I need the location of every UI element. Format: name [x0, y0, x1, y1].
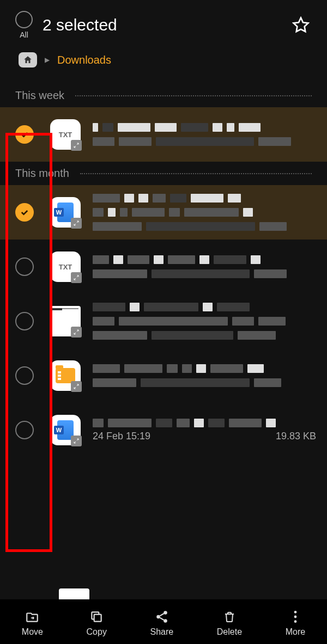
- copy-icon: [89, 610, 104, 624]
- file-date: 24 Feb 15:19: [93, 431, 150, 442]
- svg-rect-1: [94, 615, 101, 622]
- share-button[interactable]: Share: [150, 610, 174, 637]
- section-divider: [75, 95, 312, 96]
- selection-count-title: 2 selected: [43, 16, 290, 34]
- move-label: Move: [22, 627, 43, 637]
- share-label: Share: [150, 627, 174, 637]
- file-row[interactable]: TXT: [0, 240, 327, 294]
- home-icon: [23, 55, 33, 65]
- delete-label: Delete: [217, 627, 242, 637]
- more-button[interactable]: More: [286, 610, 305, 637]
- file-thumbnail-image: [50, 306, 81, 336]
- copy-button[interactable]: Copy: [87, 610, 107, 637]
- svg-point-7: [294, 620, 297, 623]
- svg-point-6: [294, 616, 297, 618]
- row-checkbox[interactable]: [15, 421, 34, 439]
- file-info: [93, 194, 316, 231]
- row-checkbox[interactable]: [15, 312, 34, 330]
- file-thumbnail-txt: TXT: [50, 252, 81, 282]
- expand-icon: [71, 436, 82, 446]
- svg-point-2: [164, 611, 167, 615]
- txt-label: TXT: [59, 263, 72, 271]
- check-icon: [20, 130, 29, 139]
- file-size: 19.83 KB: [276, 431, 316, 442]
- file-thumbnail-word: [50, 415, 81, 445]
- file-thumbnail-peek: [59, 588, 89, 599]
- select-all-toggle[interactable]: All: [15, 11, 33, 39]
- txt-label: TXT: [59, 131, 72, 139]
- breadcrumb-current[interactable]: Downloads: [57, 54, 111, 66]
- expand-icon: [71, 327, 82, 338]
- file-row[interactable]: [0, 185, 327, 240]
- copy-label: Copy: [87, 627, 107, 637]
- expand-icon: [71, 272, 82, 283]
- more-vert-icon: [293, 610, 298, 624]
- row-checkbox-checked[interactable]: [15, 125, 34, 144]
- selection-header: All 2 selected: [0, 0, 327, 44]
- move-icon: [25, 610, 40, 624]
- file-thumbnail-archive: [50, 360, 81, 391]
- file-row[interactable]: [0, 348, 327, 403]
- expand-icon: [71, 218, 82, 229]
- expand-icon: [71, 381, 82, 392]
- file-info: [93, 123, 316, 146]
- section-title: This week: [15, 89, 64, 102]
- expand-icon: [71, 140, 82, 151]
- file-info: [93, 303, 316, 340]
- breadcrumb-home[interactable]: [19, 52, 37, 68]
- breadcrumb: ▶ Downloads: [0, 44, 327, 84]
- move-button[interactable]: Move: [22, 610, 43, 637]
- more-label: More: [286, 627, 305, 637]
- file-info: [93, 364, 316, 387]
- row-checkbox[interactable]: [15, 257, 34, 276]
- file-row[interactable]: [0, 294, 327, 348]
- favorite-button[interactable]: [290, 14, 312, 36]
- check-icon: [20, 207, 29, 217]
- svg-point-3: [156, 615, 160, 619]
- svg-marker-0: [294, 18, 308, 32]
- file-row[interactable]: TXT: [0, 107, 327, 162]
- section-this-month: This month: [0, 162, 327, 185]
- delete-button[interactable]: Delete: [217, 610, 242, 637]
- share-icon: [155, 610, 169, 624]
- row-checkbox-checked[interactable]: [15, 203, 34, 222]
- file-row[interactable]: 24 Feb 15:19 19.83 KB: [0, 403, 327, 457]
- select-all-label: All: [20, 30, 28, 39]
- row-checkbox[interactable]: [15, 366, 34, 385]
- svg-point-4: [164, 619, 167, 623]
- file-thumbnail-txt: TXT: [50, 119, 81, 150]
- svg-point-5: [294, 611, 297, 614]
- bottom-action-bar: Move Copy Share Delete More: [0, 599, 327, 644]
- file-thumbnail-word: [50, 197, 81, 228]
- file-info: [93, 255, 316, 278]
- trash-icon: [223, 610, 236, 624]
- section-this-week: This week: [0, 84, 327, 107]
- chevron-right-icon: ▶: [45, 56, 50, 64]
- section-title: This month: [15, 167, 69, 180]
- star-icon: [292, 16, 310, 34]
- section-divider: [80, 173, 312, 174]
- select-all-circle: [15, 11, 33, 28]
- file-info: 24 Feb 15:19 19.83 KB: [93, 419, 316, 442]
